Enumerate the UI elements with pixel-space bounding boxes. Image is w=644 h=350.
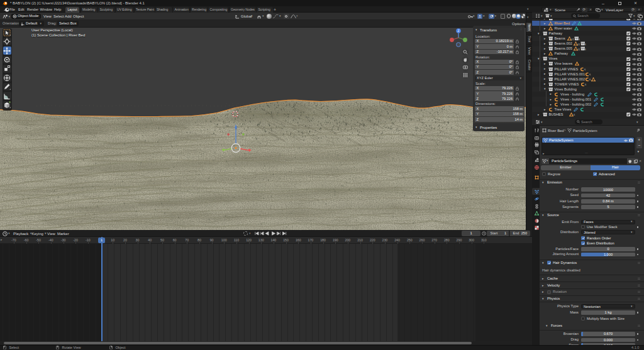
svg-text:Z: Z	[458, 30, 460, 33]
